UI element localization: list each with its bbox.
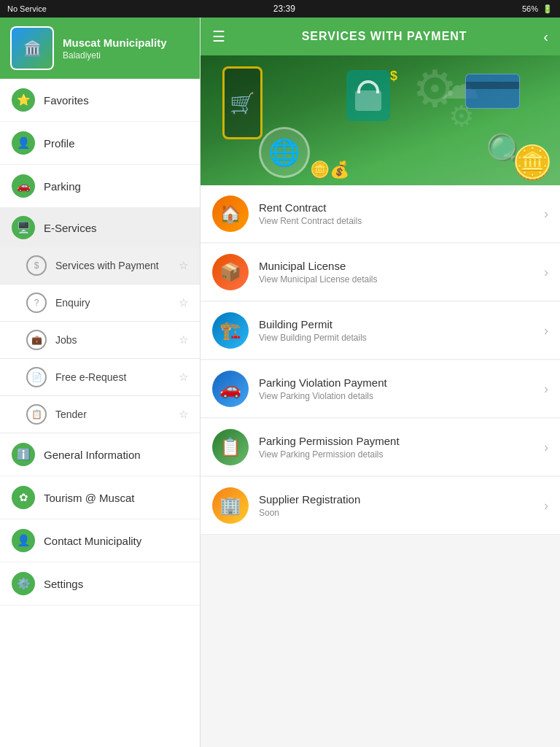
menu-button[interactable]: ☰	[212, 28, 225, 45]
globe-icon: 🌐	[268, 138, 300, 168]
page-title: SERVICES WITH PAYMENT	[234, 30, 534, 43]
parking-permission-icon: 📋	[212, 429, 249, 465]
logo-icon: 🏛️	[23, 39, 42, 57]
settings-label: Settings	[44, 578, 188, 590]
sidebar-item-jobs[interactable]: 💼 Jobs ☆	[0, 322, 200, 359]
sidebar-item-tourism[interactable]: ✿ Tourism @ Muscat	[0, 476, 200, 519]
tender-star[interactable]: ☆	[179, 408, 188, 421]
building-permit-icon: 🏗️	[212, 312, 249, 349]
services-payment-star[interactable]: ☆	[179, 259, 188, 272]
sidebar-item-favorites[interactable]: ⭐ Favorites	[0, 79, 200, 122]
sidebar-item-services-with-payment[interactable]: $ Services with Payment ☆	[0, 247, 200, 285]
supplier-registration-info: Supplier Registration Soon	[259, 493, 534, 518]
top-bar: ☰ SERVICES WITH PAYMENT ‹	[201, 18, 560, 55]
basket-icon: 🛒	[230, 91, 255, 115]
time-text: 23:39	[273, 4, 295, 14]
enquiry-icon: ?	[26, 293, 47, 313]
enquiry-star[interactable]: ☆	[179, 296, 188, 309]
contact-icon: 👤	[12, 529, 35, 552]
battery-icon: 🔋	[542, 4, 553, 14]
parking-permission-subtitle: View Parking Permission details	[259, 449, 534, 460]
building-permit-title: Building Permit	[259, 318, 534, 330]
rent-contract-info: Rent Contract View Rent Contract details	[259, 201, 534, 226]
rent-contract-subtitle: View Rent Contract details	[259, 216, 534, 226]
coins-decoration: 🪙💰	[310, 160, 349, 179]
gold-coin-icon: 🪙	[512, 143, 553, 182]
sidebar-item-free-erequest[interactable]: 📄 Free e-Request ☆	[0, 359, 200, 396]
building-permit-arrow: ›	[544, 323, 548, 338]
sidebar-item-settings[interactable]: ⚙️ Settings	[0, 562, 200, 605]
jobs-star[interactable]: ☆	[179, 333, 188, 347]
service-supplier-registration[interactable]: 🏢 Supplier Registration Soon ›	[201, 477, 560, 535]
back-button[interactable]: ‹	[543, 28, 548, 45]
sidebar-item-general-info[interactable]: ℹ️ General Information	[0, 433, 200, 476]
free-erequest-label: Free e-Request	[55, 371, 170, 383]
services-list: 🏠 Rent Contract View Rent Contract detai…	[201, 185, 560, 747]
municipal-license-icon: 📦	[212, 254, 249, 290]
favorites-icon: ⭐	[12, 88, 35, 112]
tourism-label: Tourism @ Muscat	[44, 492, 188, 504]
service-rent-contract[interactable]: 🏠 Rent Contract View Rent Contract detai…	[201, 185, 560, 243]
service-parking-permission[interactable]: 📋 Parking Permission Payment View Parkin…	[201, 419, 560, 476]
sidebar-nav: ⭐ Favorites 👤 Profile 🚗 Parking 🖥️ E-Ser…	[0, 79, 200, 747]
main-content: ☰ SERVICES WITH PAYMENT ‹ 🛒 🌐 🪙💰 $	[201, 18, 560, 747]
service-parking-violation[interactable]: 🚗 Parking Violation Payment View Parking…	[201, 360, 560, 418]
card-strip	[466, 82, 519, 89]
sidebar-item-eservices[interactable]: 🖥️ E-Services	[0, 208, 200, 247]
contact-label: Contact Municipality	[44, 535, 188, 547]
banner: 🛒 🌐 🪙💰 $ ⚙ ⚙ ☁ 🔍 🪙	[201, 55, 560, 185]
municipal-license-subtitle: View Municipal License details	[259, 274, 534, 285]
favorites-label: Favorites	[44, 94, 188, 107]
sidebar-item-contact[interactable]: 👤 Contact Municipality	[0, 519, 200, 562]
eservices-icon: 🖥️	[12, 216, 35, 239]
service-building-permit[interactable]: 🏗️ Building Permit View Building Permit …	[201, 302, 560, 360]
lock-decoration	[346, 70, 390, 121]
parking-violation-arrow: ›	[544, 382, 548, 397]
sidebar-title: Muscat Municipality Baladiyeti	[63, 36, 167, 61]
rent-contract-title: Rent Contract	[259, 201, 534, 214]
sidebar-item-tender[interactable]: 📋 Tender ☆	[0, 396, 200, 433]
tender-label: Tender	[55, 409, 170, 420]
lock-body	[355, 90, 381, 111]
supplier-registration-icon: 🏢	[212, 487, 249, 524]
sidebar: 🏛️ Muscat Municipality Baladiyeti ⭐ Favo…	[0, 18, 201, 747]
org-name: Muscat Municipality	[63, 36, 167, 49]
supplier-registration-subtitle: Soon	[259, 508, 534, 518]
profile-icon: 👤	[12, 131, 35, 155]
sidebar-item-enquiry[interactable]: ? Enquiry ☆	[0, 285, 200, 322]
jobs-icon: 💼	[26, 330, 47, 350]
parking-permission-info: Parking Permission Payment View Parking …	[259, 435, 534, 460]
carrier-text: No Service	[7, 4, 47, 13]
service-municipal-license[interactable]: 📦 Municipal License View Municipal Licen…	[201, 244, 560, 301]
supplier-registration-arrow: ›	[544, 498, 548, 514]
battery-text: 56%	[522, 4, 538, 13]
credit-card-decoration	[465, 74, 520, 109]
banner-decorations: 🛒 🌐 🪙💰 $ ⚙ ⚙ ☁ 🔍 🪙	[201, 55, 560, 185]
e-services-section: 🖥️ E-Services $ Services with Payment ☆ …	[0, 208, 200, 433]
org-sub: Baladiyeti	[63, 50, 167, 61]
municipal-license-title: Municipal License	[259, 260, 534, 272]
services-payment-label: Services with Payment	[55, 260, 170, 271]
sidebar-header: 🏛️ Muscat Municipality Baladiyeti	[0, 18, 200, 79]
globe-decoration: 🌐	[259, 127, 310, 178]
municipal-license-arrow: ›	[544, 265, 548, 280]
parking-icon: 🚗	[12, 174, 35, 198]
settings-icon: ⚙️	[12, 572, 35, 595]
rent-contract-arrow: ›	[544, 206, 548, 222]
supplier-registration-title: Supplier Registration	[259, 493, 534, 506]
free-erequest-icon: 📄	[26, 367, 47, 387]
municipal-license-info: Municipal License View Municipal License…	[259, 260, 534, 285]
sidebar-logo: 🏛️	[10, 26, 54, 70]
sidebar-item-profile[interactable]: 👤 Profile	[0, 122, 200, 165]
jobs-label: Jobs	[55, 334, 170, 346]
free-erequest-star[interactable]: ☆	[179, 371, 188, 384]
services-payment-icon: $	[26, 255, 47, 276]
general-info-icon: ℹ️	[12, 443, 35, 466]
rent-contract-icon: 🏠	[212, 196, 249, 232]
profile-label: Profile	[44, 137, 188, 150]
status-indicators: 56% 🔋	[522, 4, 553, 14]
sidebar-item-parking[interactable]: 🚗 Parking	[0, 165, 200, 208]
building-permit-info: Building Permit View Building Permit det…	[259, 318, 534, 343]
enquiry-label: Enquiry	[55, 297, 170, 309]
logo-inner: 🏛️	[12, 28, 52, 69]
